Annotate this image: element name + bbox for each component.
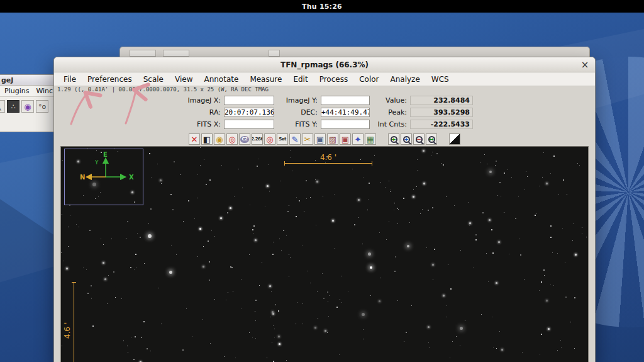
menu-measure[interactable]: Measure: [244, 73, 287, 86]
background-window-control: [163, 50, 189, 57]
star: [316, 181, 318, 183]
star: [286, 360, 287, 361]
measurement-table-icon[interactable]: ▦: [365, 133, 376, 145]
aperture-radius-icon-glyph: 2.266: [252, 137, 263, 142]
star: [62, 346, 62, 346]
menu-wcs[interactable]: WCS: [426, 73, 455, 86]
star: [203, 266, 204, 268]
menu-preferences[interactable]: Preferences: [82, 73, 138, 86]
star: [493, 348, 494, 348]
star: [487, 164, 487, 164]
single-aperture-icon-glyph: ◉: [216, 135, 223, 144]
star: [149, 153, 150, 154]
star: [525, 189, 525, 190]
field-ra[interactable]: 20:07:07.136: [224, 108, 274, 117]
menu-edit[interactable]: Edit: [287, 73, 313, 86]
field-fits-x[interactable]: [224, 120, 274, 129]
star: [434, 249, 435, 250]
line-tool-icon[interactable]: ╲: [0, 100, 5, 113]
scissors-icon-glyph: ✂: [304, 135, 311, 144]
star: [141, 337, 142, 338]
aperture-radius-icon[interactable]: 2.266: [252, 133, 263, 145]
star: [265, 206, 265, 207]
field-peak: 393.5298: [410, 108, 473, 117]
star: [492, 252, 494, 254]
clock[interactable]: Thu 15:26: [302, 3, 342, 11]
star: [131, 191, 133, 193]
single-aperture-icon[interactable]: ◉: [214, 133, 225, 145]
zoom-in-icon[interactable]: +: [388, 133, 399, 145]
stack-tools-icon[interactable]: ▨: [327, 133, 338, 145]
star: [310, 197, 311, 198]
field-fits-y[interactable]: [321, 120, 370, 129]
zoom-fit-icon[interactable]: ↔: [426, 133, 437, 145]
copy-region-icon[interactable]: ▣: [314, 133, 326, 145]
close-button[interactable]: ×: [579, 59, 591, 71]
edit-apertures-icon[interactable]: ✎: [289, 133, 301, 145]
zoom-out-icon[interactable]: −: [413, 133, 425, 145]
menu-file[interactable]: File: [58, 73, 82, 86]
star: [252, 229, 253, 230]
star: [535, 215, 536, 216]
set-aperture-icon[interactable]: Set: [277, 133, 288, 145]
star: [66, 268, 68, 269]
c2-aperture-icon[interactable]: C2: [239, 133, 250, 145]
star: [322, 273, 323, 274]
star: [367, 210, 368, 210]
star: [565, 297, 567, 298]
align-stack-icon[interactable]: ▣: [340, 133, 351, 145]
color-picker-icon[interactable]: ◉: [21, 100, 34, 113]
star: [496, 282, 497, 284]
star: [255, 320, 256, 320]
star: [465, 320, 465, 321]
star: [413, 196, 414, 198]
star: [253, 225, 255, 227]
window-titlebar[interactable]: TFN_rpmags (66.3%) ×: [54, 57, 595, 72]
menu-view[interactable]: View: [169, 73, 198, 86]
imagej-menu-plugins[interactable]: Plugins: [4, 87, 29, 95]
star: [432, 207, 433, 208]
compass-label-y: Y: [94, 159, 99, 166]
imagej-titlebar: geJ: [0, 75, 53, 86]
menu-annotate[interactable]: Annotate: [198, 73, 244, 86]
active-tool-icon[interactable]: ∴: [7, 100, 19, 113]
menu-color[interactable]: Color: [353, 73, 384, 86]
negative-display-icon[interactable]: [449, 133, 460, 145]
star: [271, 291, 272, 291]
star: [552, 252, 553, 253]
star: [491, 229, 492, 230]
star: [210, 343, 211, 344]
star: [126, 238, 126, 239]
menu-scale[interactable]: Scale: [138, 73, 169, 86]
zoom-in-fast-icon[interactable]: +: [401, 133, 412, 145]
annulus-icon[interactable]: ◎: [226, 133, 238, 145]
star: [518, 196, 519, 196]
centroid-annulus-icon[interactable]: ◎: [264, 133, 275, 145]
imagej-window-fragment[interactable]: geJ PluginsWinc ╲∴◉°o: [0, 74, 54, 132]
scissors-icon[interactable]: ✂: [302, 133, 313, 145]
star: [557, 253, 558, 254]
star: [325, 330, 326, 332]
star: [255, 239, 257, 241]
star: [567, 194, 567, 195]
star: [443, 295, 445, 297]
image-canvas[interactable]: E Y N X 4.6 ' 4.6 ': [60, 146, 589, 362]
oval-tool-icon[interactable]: °o: [36, 100, 48, 113]
star-align-icon[interactable]: ✦: [352, 133, 364, 145]
field-imagej-y[interactable]: [321, 96, 370, 105]
clear-overlay-icon[interactable]: ✕: [189, 133, 200, 145]
astroimagej-window[interactable]: TFN_rpmags (66.3%) × FilePreferencesScal…: [53, 57, 596, 362]
star: [452, 341, 453, 342]
imagej-menu-winc[interactable]: Winc: [36, 87, 53, 95]
menu-process[interactable]: Process: [314, 73, 354, 86]
star: [287, 211, 289, 212]
star: [140, 237, 141, 238]
star: [316, 225, 316, 225]
field-imagej-x[interactable]: [224, 96, 274, 105]
star: [214, 236, 214, 237]
star: [269, 164, 269, 165]
star: [504, 212, 504, 213]
field-dec[interactable]: +44:41:49.47: [321, 108, 370, 117]
menu-analyze[interactable]: Analyze: [385, 73, 426, 86]
invert-lut-icon[interactable]: ◧: [201, 133, 213, 145]
